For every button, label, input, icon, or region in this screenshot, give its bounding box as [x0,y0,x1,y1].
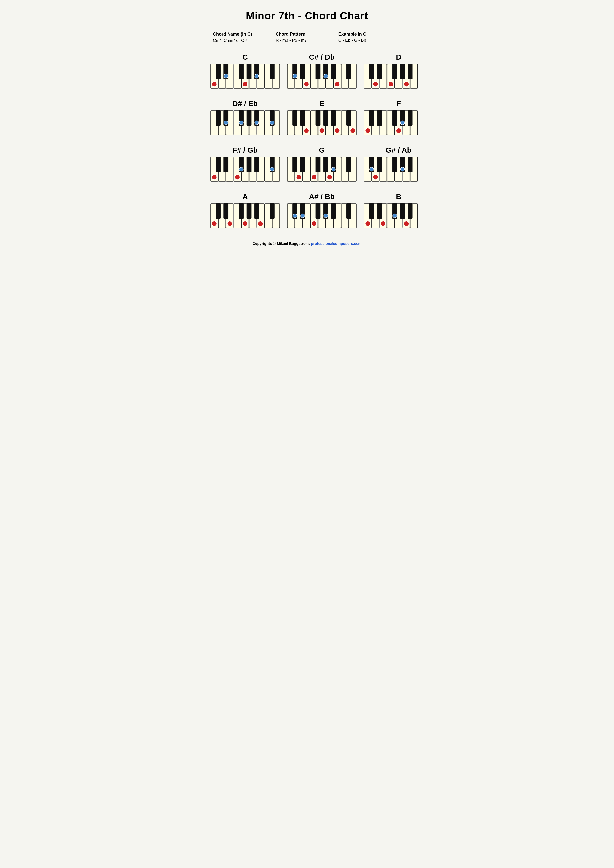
footer-link[interactable]: professionalcomposers.com [311,242,361,246]
svg-point-206 [300,214,305,218]
svg-rect-127 [254,157,259,172]
svg-point-74 [255,121,259,125]
chord-label: A [242,192,248,201]
chord-label: E [319,99,324,108]
svg-point-17 [242,82,247,87]
svg-rect-90 [347,110,351,126]
chord-item: D [364,53,418,90]
svg-point-189 [258,221,263,226]
svg-rect-51 [408,64,412,79]
svg-point-55 [404,82,409,87]
keyboard [210,157,280,183]
example-label: Example in C [339,32,401,37]
svg-rect-184 [254,203,259,219]
svg-point-75 [270,121,274,125]
svg-point-91 [304,128,309,133]
chord-label: F [396,99,401,108]
chord-label: C [242,53,248,61]
chord-item: B [364,192,418,229]
keyboard [364,64,418,90]
svg-rect-50 [400,64,405,79]
svg-rect-33 [347,64,351,79]
svg-rect-144 [316,157,320,172]
svg-rect-48 [377,64,382,79]
svg-point-169 [400,167,404,172]
svg-point-188 [242,221,247,226]
svg-rect-12 [247,64,251,79]
svg-point-132 [235,175,240,180]
svg-point-94 [350,128,355,133]
svg-point-225 [381,221,386,226]
svg-rect-126 [247,157,251,172]
svg-rect-104 [369,110,374,126]
svg-point-36 [323,74,328,78]
svg-rect-203 [331,203,336,219]
svg-rect-147 [347,157,351,172]
svg-point-18 [255,74,259,78]
footer-text: Copyrights © Mikael Baggström: [252,242,311,246]
svg-rect-108 [408,110,412,126]
svg-point-167 [370,167,374,172]
svg-point-207 [312,221,317,226]
svg-rect-87 [316,110,320,126]
svg-point-129 [239,167,243,172]
svg-rect-49 [392,64,397,79]
svg-rect-14 [270,64,275,79]
svg-rect-182 [239,203,244,219]
keyboard [210,64,280,90]
svg-rect-162 [377,157,382,172]
chord-label: C# / Db [309,53,334,61]
chord-label: G# / Ab [386,146,412,154]
svg-point-34 [293,74,297,78]
svg-rect-180 [216,203,221,219]
chord-name-col: Chord Name (in C) Cm⁷, Cmin⁷ or C-⁷ [213,32,275,43]
example-value: C - Eb - G - Bb [339,38,401,43]
svg-rect-143 [300,157,305,172]
svg-point-205 [293,214,297,218]
svg-point-92 [319,128,324,133]
keyboard [364,203,418,229]
svg-rect-145 [323,157,328,172]
keyboard [364,157,418,183]
chord-pattern-label: Chord Pattern [275,32,338,37]
svg-rect-86 [300,110,305,126]
svg-rect-159 [418,157,418,181]
svg-rect-45 [418,64,418,88]
svg-rect-185 [270,203,275,219]
chord-label: A# / Bb [309,192,334,201]
keyboard [287,157,356,183]
svg-point-150 [312,175,317,180]
svg-rect-218 [369,203,374,219]
keyboard [287,110,356,136]
svg-rect-123 [216,157,221,172]
svg-rect-165 [408,157,412,172]
chord-item: D# / Eb [210,99,280,136]
svg-point-186 [212,221,217,226]
chord-item: A# / Bb [287,192,356,229]
svg-rect-219 [377,203,382,219]
svg-rect-66 [216,110,221,126]
info-section: Chord Name (in C) Cm⁷, Cmin⁷ or C-⁷ Chor… [210,32,404,43]
svg-point-37 [335,82,340,87]
svg-rect-183 [247,203,251,219]
chord-pattern-col: Chord Pattern R - m3 - P5 - m7 [275,32,338,43]
svg-point-227 [404,221,409,226]
svg-point-72 [224,121,228,125]
footer: Copyrights © Mikael Baggström: professio… [210,242,404,246]
chords-grid: CC# / DbDD# / EbEFF# / GbGG# / AbAA# / B… [210,53,404,229]
svg-rect-105 [377,110,382,126]
svg-rect-221 [400,203,405,219]
svg-point-224 [365,221,370,226]
svg-rect-32 [331,64,336,79]
svg-point-53 [373,82,378,87]
svg-point-131 [270,167,274,172]
chord-item: C [210,53,280,90]
svg-point-208 [323,214,328,218]
keyboard [364,110,418,136]
chord-item: G [287,146,356,183]
keyboard [287,203,356,229]
svg-point-112 [396,128,401,133]
svg-rect-142 [293,157,297,172]
chord-item: F# / Gb [210,146,280,183]
chord-item: G# / Ab [364,146,418,183]
